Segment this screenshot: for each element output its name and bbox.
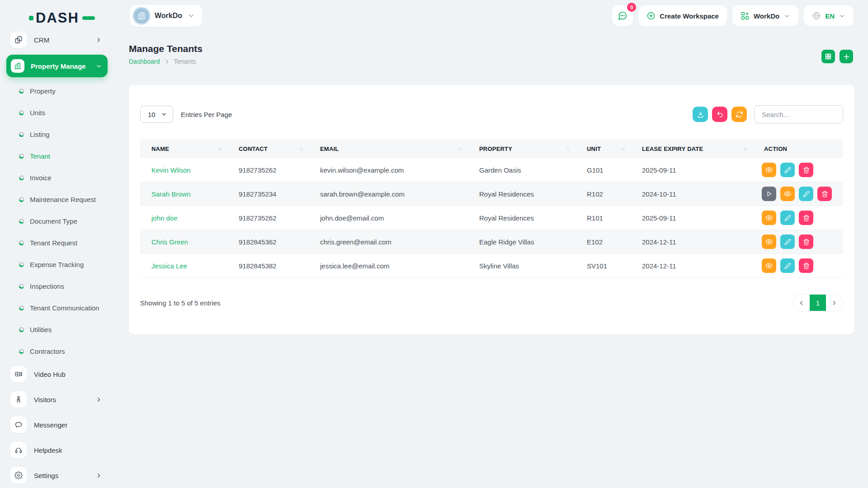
edit-button[interactable] bbox=[780, 235, 795, 249]
sidebar-subitem-expense-tracking[interactable]: Expense Tracking bbox=[0, 253, 114, 275]
sidebar-subitem-tenant-request[interactable]: Tenant Request bbox=[0, 232, 114, 253]
sidebar-item-crm[interactable]: CRM bbox=[0, 29, 114, 50]
delete-button[interactable] bbox=[799, 258, 813, 273]
previous-page-button[interactable] bbox=[793, 294, 810, 311]
refresh-button[interactable] bbox=[731, 107, 747, 122]
edit-button[interactable] bbox=[780, 258, 795, 273]
page-number-button[interactable]: 1 bbox=[810, 294, 826, 311]
sidebar-subitem-tenant-communication[interactable]: Tenant Communication bbox=[0, 297, 114, 319]
table-tools bbox=[693, 107, 747, 122]
sidebar-item-settings[interactable]: Settings bbox=[0, 465, 114, 486]
eye-icon bbox=[765, 262, 773, 269]
entries-per-page-value: 10 bbox=[148, 111, 156, 118]
sort-icon[interactable]: ↑↓ bbox=[299, 146, 302, 151]
bullet-icon bbox=[19, 110, 24, 115]
delete-button[interactable] bbox=[799, 211, 813, 225]
sidebar-item-video-hub[interactable]: Video Hub bbox=[0, 364, 114, 385]
sidebar-item-label: Property Manage bbox=[31, 62, 95, 70]
edit-button[interactable] bbox=[780, 163, 795, 177]
chevron-down-icon bbox=[95, 63, 102, 70]
sidebar-subitem-tenant[interactable]: Tenant bbox=[0, 145, 114, 167]
sort-icon[interactable]: ↑↓ bbox=[458, 146, 462, 151]
bullet-icon bbox=[19, 349, 24, 354]
column-header-lease-expiry[interactable]: LEASE EXPIRY DATE↑↓ bbox=[631, 145, 753, 152]
column-header-property[interactable]: PROPERTY↑↓ bbox=[468, 145, 576, 152]
view-button[interactable] bbox=[762, 163, 776, 177]
chat-bubble-icon bbox=[10, 417, 27, 433]
tenant-name-link[interactable]: Jessica Lee bbox=[140, 262, 227, 270]
sidebar-subitem-utilities[interactable]: Utilities bbox=[0, 319, 114, 340]
export-button[interactable] bbox=[693, 107, 708, 122]
sidebar-subitem-listing[interactable]: Listing bbox=[0, 123, 114, 145]
row-actions bbox=[753, 163, 843, 177]
view-button[interactable] bbox=[762, 258, 776, 273]
tenant-name-link[interactable]: john doe bbox=[140, 214, 227, 222]
sidebar-item-messenger[interactable]: Messenger bbox=[0, 414, 114, 435]
undo-button[interactable] bbox=[712, 107, 727, 122]
chevron-right-icon bbox=[95, 472, 102, 479]
view-button[interactable] bbox=[762, 211, 776, 225]
sort-icon[interactable]: ↑↓ bbox=[743, 146, 746, 151]
sort-icon[interactable]: ↑↓ bbox=[566, 146, 569, 151]
sort-icon[interactable]: ↑↓ bbox=[218, 146, 221, 151]
pencil-icon bbox=[784, 239, 791, 245]
tenant-name-link[interactable]: Kevin Wilson bbox=[140, 166, 227, 174]
tenant-unit: E102 bbox=[576, 238, 631, 246]
workspace-menu-button[interactable]: WorkDo bbox=[732, 5, 798, 26]
column-header-email[interactable]: EMAIL↑↓ bbox=[309, 145, 468, 152]
tenant-name-link[interactable]: Chris Green bbox=[140, 238, 227, 246]
tenant-name-link[interactable]: Sarah Brown bbox=[140, 190, 227, 198]
entries-per-page-select[interactable]: 10 bbox=[140, 106, 173, 123]
chevron-right-icon bbox=[95, 396, 102, 403]
sidebar-item-helpdesk[interactable]: Helpdesk bbox=[0, 440, 114, 460]
view-button[interactable] bbox=[762, 235, 776, 249]
breadcrumb-dashboard-link[interactable]: Dashboard bbox=[129, 58, 160, 65]
tenant-contact: 9182735262 bbox=[227, 166, 309, 174]
search-input[interactable] bbox=[754, 105, 843, 123]
next-page-button[interactable] bbox=[826, 294, 843, 311]
delete-button[interactable] bbox=[799, 163, 813, 177]
edit-button[interactable] bbox=[799, 187, 813, 201]
add-tenant-button[interactable] bbox=[840, 50, 853, 63]
sidebar-item-label: Helpdesk bbox=[34, 446, 114, 454]
workspace-selector[interactable]: WorkDo bbox=[130, 5, 202, 27]
pagination: 1 bbox=[793, 294, 843, 311]
sidebar-subitem-invoice[interactable]: Invoice bbox=[0, 167, 114, 188]
view-button[interactable] bbox=[780, 187, 795, 201]
grid-view-button[interactable] bbox=[821, 50, 835, 63]
sidebar-subitem-inspections[interactable]: Inspections bbox=[0, 275, 114, 297]
sidebar-subitem-units[interactable]: Units bbox=[0, 102, 114, 123]
sidebar-subitem-contractors[interactable]: Contractors bbox=[0, 340, 114, 362]
language-selector[interactable]: EN bbox=[804, 5, 854, 26]
sidebar-subitem-property[interactable]: Property bbox=[0, 80, 114, 102]
sidebar-subitem-document-type[interactable]: Document Type bbox=[0, 210, 114, 232]
sidebar-item-label: CRM bbox=[34, 36, 95, 44]
chevron-right-icon bbox=[164, 59, 170, 65]
play-button[interactable] bbox=[762, 187, 776, 201]
grid-plus-icon bbox=[741, 11, 750, 20]
trash-icon bbox=[803, 263, 810, 269]
sidebar-subitem-maintenance-request[interactable]: Maintenance Request bbox=[0, 188, 114, 210]
table-controls: 10 Entries Per Page bbox=[140, 105, 843, 123]
messages-button[interactable]: 0 bbox=[612, 5, 633, 26]
sort-icon[interactable]: ↑↓ bbox=[621, 146, 624, 151]
create-workspace-button[interactable]: Create Workspace bbox=[638, 5, 727, 26]
bullet-icon bbox=[19, 197, 24, 202]
sidebar-item-visitors[interactable]: Visitors bbox=[0, 389, 114, 410]
sidebar-item-property-manage[interactable]: Property Manage bbox=[6, 55, 108, 77]
trash-icon bbox=[803, 215, 810, 221]
tenant-unit: R102 bbox=[576, 190, 631, 198]
delete-button[interactable] bbox=[817, 187, 832, 201]
column-header-name[interactable]: NAME↑↓ bbox=[140, 145, 227, 152]
language-code: EN bbox=[825, 12, 835, 20]
page-title: Manage Tenants bbox=[129, 43, 203, 54]
table-row: Kevin Wilson 9182735262 kevin.wilson@exa… bbox=[140, 158, 843, 182]
edit-button[interactable] bbox=[780, 211, 795, 225]
row-actions bbox=[753, 258, 843, 273]
tenant-unit: R101 bbox=[576, 214, 631, 222]
column-header-unit[interactable]: UNIT↑↓ bbox=[576, 145, 631, 152]
tenant-property: Royal Residences bbox=[468, 214, 576, 222]
breadcrumb: Dashboard Tenants bbox=[129, 58, 203, 65]
column-header-contact[interactable]: CONTACT↑↓ bbox=[227, 145, 309, 152]
delete-button[interactable] bbox=[799, 235, 813, 249]
